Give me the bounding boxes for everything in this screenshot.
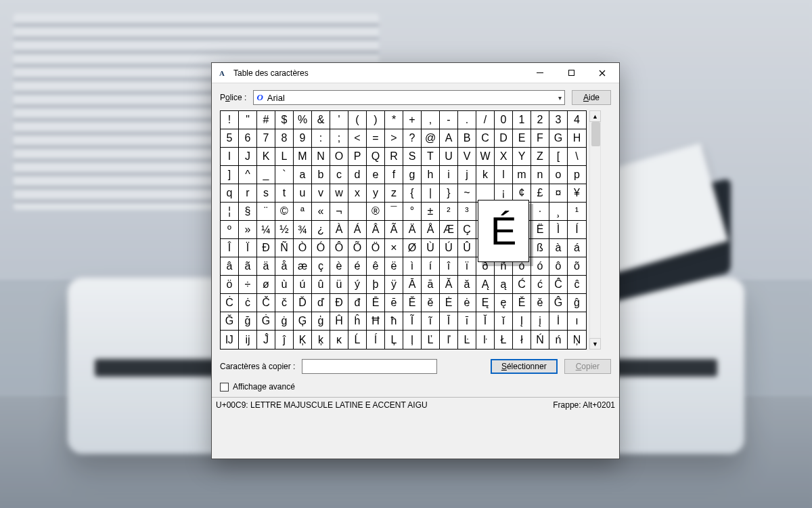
char-cell[interactable]: & [312, 111, 330, 129]
char-cell[interactable]: ÿ [385, 276, 403, 294]
char-cell[interactable]: Ĩ [403, 312, 422, 331]
char-cell[interactable]: ö [221, 276, 239, 294]
char-cell[interactable]: ¯ [385, 203, 403, 221]
char-cell[interactable]: ø [257, 276, 275, 294]
char-cell[interactable]: " [239, 111, 257, 129]
char-cell[interactable]: s [257, 184, 275, 203]
char-cell[interactable]: B [458, 129, 476, 148]
char-cell[interactable]: Į [513, 312, 531, 331]
char-cell[interactable]: å [275, 257, 294, 276]
char-cell[interactable]: < [348, 129, 367, 148]
char-cell[interactable]: p [568, 166, 586, 184]
char-cell[interactable]: Ē [367, 294, 385, 312]
char-cell[interactable]: F [531, 129, 549, 148]
char-cell[interactable]: ` [275, 166, 294, 184]
char-cell[interactable]: º [221, 221, 239, 239]
char-cell[interactable]: e [367, 166, 385, 184]
char-cell[interactable]: _ [257, 166, 275, 184]
char-cell[interactable]: W [476, 148, 495, 166]
char-cell[interactable]: 3 [549, 111, 568, 129]
char-cell[interactable]: : [312, 129, 330, 148]
char-cell[interactable]: T [422, 148, 440, 166]
char-cell[interactable]: Ľ [422, 331, 440, 349]
char-cell[interactable]: 8 [275, 129, 294, 148]
char-cell[interactable]: Ķ [294, 331, 312, 349]
char-cell[interactable]: Ĵ [257, 331, 275, 349]
char-cell[interactable]: ą [495, 276, 513, 294]
char-cell[interactable]: 0 [495, 111, 513, 129]
char-cell[interactable]: Ġ [257, 312, 275, 331]
char-cell[interactable]: Ą [476, 276, 495, 294]
char-cell[interactable]: ­ [348, 203, 367, 221]
char-cell[interactable]: â [221, 257, 239, 276]
char-cell[interactable]: Ä [403, 221, 422, 239]
char-cell[interactable]: ć [531, 276, 549, 294]
char-cell[interactable]: P [348, 148, 367, 166]
char-cell[interactable]: ļ [403, 331, 422, 349]
char-cell[interactable]: m [513, 166, 531, 184]
char-cell[interactable]: Ë [531, 221, 549, 239]
char-cell[interactable]: » [239, 221, 257, 239]
maximize-button[interactable] [556, 63, 587, 83]
char-cell[interactable]: ď [312, 294, 330, 312]
char-cell[interactable]: Ó [312, 239, 330, 257]
char-cell[interactable]: Ĳ [221, 331, 239, 349]
char-cell[interactable]: Õ [348, 239, 367, 257]
char-cell[interactable]: r [239, 184, 257, 203]
char-cell[interactable]: ¾ [294, 221, 312, 239]
char-cell[interactable]: Á [348, 221, 367, 239]
char-cell[interactable]: ³ [458, 203, 476, 221]
char-cell[interactable]: ² [440, 203, 458, 221]
char-cell[interactable]: ! [221, 111, 239, 129]
char-cell[interactable]: Y [513, 148, 531, 166]
titlebar[interactable]: A Table des caractères [212, 63, 619, 83]
char-cell[interactable]: x [348, 184, 367, 203]
char-cell[interactable]: K [257, 148, 275, 166]
char-cell[interactable]: Â [367, 221, 385, 239]
char-cell[interactable]: | [422, 184, 440, 203]
char-cell[interactable]: à [549, 239, 568, 257]
char-cell[interactable]: Ŀ [458, 331, 476, 349]
char-cell[interactable]: Ī [440, 312, 458, 331]
char-cell[interactable]: 2 [531, 111, 549, 129]
scroll-thumb[interactable] [591, 122, 600, 146]
char-cell[interactable]: × [385, 239, 403, 257]
char-cell[interactable]: = [367, 129, 385, 148]
char-cell[interactable]: 4 [568, 111, 586, 129]
char-cell[interactable]: X [495, 148, 513, 166]
font-dropdown[interactable]: O Arial ▾ [253, 90, 565, 105]
char-cell[interactable]: đ [348, 294, 367, 312]
char-cell[interactable]: ü [330, 276, 348, 294]
char-cell[interactable]: ĺ [367, 331, 385, 349]
char-cell[interactable]: Q [367, 148, 385, 166]
char-cell[interactable]: 1 [513, 111, 531, 129]
char-cell[interactable]: % [294, 111, 312, 129]
char-cell[interactable]: ī [458, 312, 476, 331]
char-cell[interactable]: · [531, 203, 549, 221]
char-cell[interactable]: Í [568, 221, 586, 239]
char-cell[interactable]: a [294, 166, 312, 184]
char-cell[interactable]: ĕ [422, 294, 440, 312]
char-cell[interactable]: ô [549, 257, 568, 276]
char-cell[interactable]: f [385, 166, 403, 184]
char-cell[interactable]: $ [275, 111, 294, 129]
char-cell[interactable]: Æ [440, 221, 458, 239]
char-cell[interactable]: ) [367, 111, 385, 129]
char-cell[interactable]: ï [458, 257, 476, 276]
grid-scrollbar[interactable]: ▲ ▼ [589, 110, 601, 350]
char-cell[interactable]: ; [330, 129, 348, 148]
char-cell[interactable]: R [385, 148, 403, 166]
char-cell[interactable]: Č [257, 294, 275, 312]
char-cell[interactable]: ĥ [348, 312, 367, 331]
char-cell[interactable]: / [476, 111, 495, 129]
char-cell[interactable]: Ð [257, 239, 275, 257]
char-cell[interactable]: î [440, 257, 458, 276]
char-cell[interactable]: L [275, 148, 294, 166]
char-cell[interactable]: Ħ [367, 312, 385, 331]
char-cell[interactable]: @ [422, 129, 440, 148]
char-cell[interactable]: À [330, 221, 348, 239]
char-cell[interactable]: b [312, 166, 330, 184]
char-cell[interactable]: ( [348, 111, 367, 129]
scroll-up-button[interactable]: ▲ [589, 110, 601, 122]
char-cell[interactable]: u [294, 184, 312, 203]
